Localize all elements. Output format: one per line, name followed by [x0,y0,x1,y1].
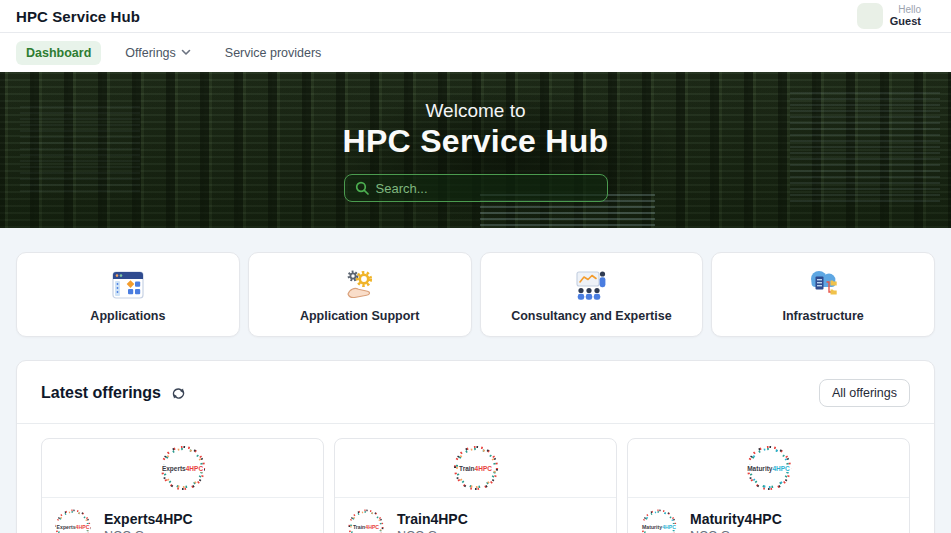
infrastructure-icon [803,267,843,303]
hero-banner-image: Welcome to HPC Service Hub [0,72,951,228]
applications-icon [108,267,148,303]
nav-dashboard-label: Dashboard [26,46,91,60]
offering-name: Maturity4HPC [690,511,782,527]
top-header: HPC Service Hub Hello Guest [0,0,951,33]
maturity4hpc-logo-small: Maturity4HPC [640,508,678,533]
train4hpc-logo: Train4HPC [452,444,500,492]
category-cards-row: Applications Application Support [16,252,935,337]
category-label-application-support: Application Support [300,309,419,323]
nav-item-offerings[interactable]: Offerings [115,41,201,65]
main-content: Applications Application Support [0,228,951,533]
main-nav: Dashboard Offerings Service providers [0,33,951,72]
nav-service-providers-label: Service providers [225,46,322,60]
refresh-icon[interactable] [171,386,186,401]
search-icon [355,181,369,195]
offerings-row: Experts4HPC Experts4HPC [41,438,910,533]
nav-item-service-providers[interactable]: Service providers [215,41,332,65]
application-support-icon [340,267,380,303]
all-offerings-button[interactable]: All offerings [819,379,910,407]
latest-offerings-title: Latest offerings [41,384,161,402]
offering-provider: NCC Greece [397,529,469,533]
hero-welcome-text: Welcome to [426,100,526,122]
category-card-applications[interactable]: Applications [16,252,240,337]
nav-item-dashboard[interactable]: Dashboard [16,41,101,65]
avatar[interactable] [857,3,883,29]
chevron-down-icon [181,49,191,56]
experts4hpc-logo-small: Experts4HPC [54,508,92,533]
category-card-infrastructure[interactable]: Infrastructure [711,252,935,337]
hero-search-box[interactable] [344,174,608,202]
category-card-application-support[interactable]: Application Support [248,252,472,337]
user-box[interactable]: Hello Guest [857,3,921,29]
hero-title: HPC Service Hub [343,123,609,160]
offering-card-train4hpc[interactable]: Train4HPC Train4HPC [334,438,617,533]
maturity4hpc-logo: Maturity4HPC [745,444,793,492]
greeting-label: Hello [890,4,921,16]
train4hpc-logo-small: Train4HPC [347,508,385,533]
category-label-consultancy: Consultancy and Expertise [511,309,671,323]
latest-offerings-panel: Latest offerings All offerings [16,360,935,533]
panel-divider [17,423,934,424]
offering-name: Experts4HPC [104,511,193,527]
experts4hpc-logo: Experts4HPC [159,444,207,492]
consultancy-icon [571,267,611,303]
offering-provider: NCC Greece [690,529,782,533]
username-label: Guest [890,15,921,28]
hpc-service-hub-page: HPC Service Hub Hello Guest Dashboard Of… [0,0,951,533]
category-card-consultancy[interactable]: Consultancy and Expertise [480,252,704,337]
search-input[interactable] [376,181,597,196]
app-title: HPC Service Hub [16,8,140,25]
offering-name: Train4HPC [397,511,469,527]
offering-card-experts4hpc[interactable]: Experts4HPC Experts4HPC [41,438,324,533]
offering-provider: NCC Greece [104,529,193,533]
category-label-applications: Applications [90,309,165,323]
offering-card-maturity4hpc[interactable]: Maturity4HPC Maturity4HPC [627,438,910,533]
nav-offerings-label: Offerings [125,46,176,60]
category-label-infrastructure: Infrastructure [782,309,863,323]
